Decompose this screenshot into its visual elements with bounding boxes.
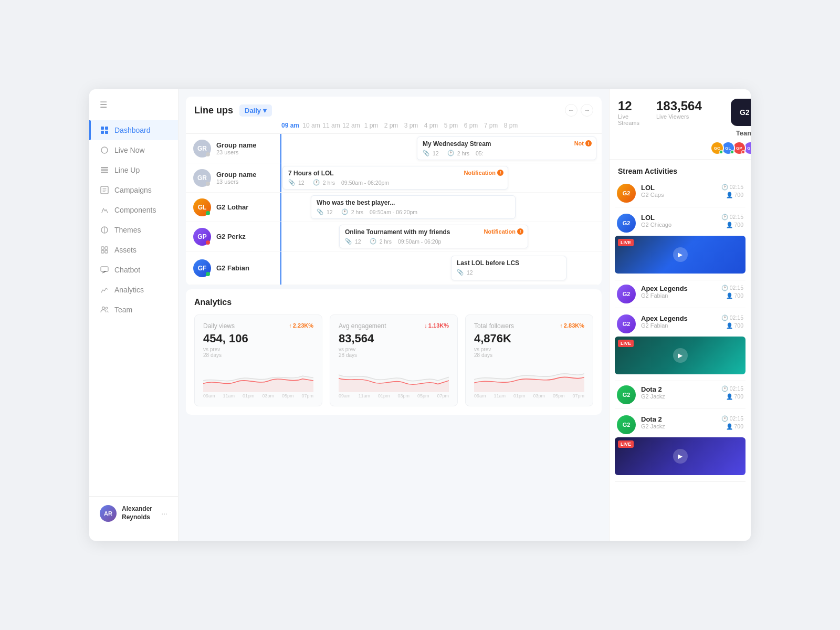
daily-label: Daily xyxy=(245,107,261,114)
play-button[interactable]: ▶ xyxy=(673,247,688,262)
activity-avatar: G2 xyxy=(617,415,636,434)
user-info: G2 Fabian xyxy=(216,264,249,272)
stream-card[interactable]: Notification ! Online Tournament with my… xyxy=(339,225,528,248)
timeline-time: 4 pm xyxy=(421,120,441,133)
livenow-icon xyxy=(100,145,109,155)
card-badge: ↑ 2.23K% xyxy=(289,322,313,329)
stream-card[interactable]: Not ! My Wednesday Stream 📎 12 🕐 2 hrs 0… xyxy=(417,136,596,160)
timeline-prev-button[interactable]: ← xyxy=(565,104,578,117)
schedule-user: GF G2 Fabian xyxy=(186,251,280,285)
analytics-icon xyxy=(100,285,109,295)
user-name: Group name xyxy=(216,171,257,178)
activity-time: 🕐 02:15 xyxy=(721,285,743,291)
schedule-row: GR Group name 13 users Not xyxy=(186,163,602,193)
timeline-time: 7 pm xyxy=(481,120,501,133)
themes-icon xyxy=(100,225,109,235)
timeline-next-button[interactable]: → xyxy=(581,104,593,117)
card-value: 454, 106 xyxy=(203,332,313,345)
timeline-time: 10 am xyxy=(301,120,321,133)
activity-game: Apex Legends xyxy=(641,314,716,322)
activity-item: G2 Dota 2 G2 Jackz 🕐 02:15 👤 700 xyxy=(615,411,746,434)
svg-rect-12 xyxy=(101,250,104,253)
status-dot xyxy=(206,211,210,215)
activity-item: G2 Apex Legends G2 Fabian 🕐 02:15 👤 700 xyxy=(615,310,746,333)
sidebar-item-components[interactable]: Components xyxy=(89,200,178,220)
activity-thumbnail[interactable]: LIVE ▶ xyxy=(615,437,746,475)
activity-thumbnail[interactable]: LIVE ▶ xyxy=(615,236,746,274)
status-dot xyxy=(206,272,210,276)
clip-count: 12 xyxy=(327,209,333,215)
play-button[interactable]: ▶ xyxy=(673,348,688,363)
team-avatars: GC GL GP GF GJ GM xyxy=(710,141,751,155)
timeline-nav: ← → xyxy=(565,104,593,117)
sidebar-item-team[interactable]: Team xyxy=(89,300,178,320)
sidebar-item-themes[interactable]: Themes xyxy=(89,220,178,240)
sidebar-item-chatbot[interactable]: Chatbot xyxy=(89,260,178,280)
svg-rect-11 xyxy=(105,247,108,249)
clock-icon: 🕐 xyxy=(370,238,376,245)
schedule-user: GR Group name 23 users xyxy=(186,134,280,163)
activity-viewers: 👤 700 xyxy=(726,192,743,198)
live-streams-label: Live Streams xyxy=(618,113,639,126)
activity-user: G2 Caps xyxy=(641,192,716,198)
stream-notification: Notification ! xyxy=(484,228,524,235)
sidebar: ☰ Dashboard Live Now xyxy=(89,89,178,541)
activity-viewers: 👤 700 xyxy=(726,393,743,400)
analytics-chart xyxy=(339,363,449,392)
stream-card[interactable]: Notification ! 7 Hours of LOL 📎 12 🕐 2 h… xyxy=(282,166,508,190)
status-dot xyxy=(741,150,745,154)
card-sub: vs prev28 days xyxy=(203,346,313,358)
team-logo: G2 xyxy=(731,99,751,126)
status-dot xyxy=(206,182,210,186)
live-viewers-value: 183,564 xyxy=(656,99,702,113)
duration: 2 hrs xyxy=(323,180,335,186)
timeline-time: 3 pm xyxy=(401,120,421,133)
lineup-icon xyxy=(100,165,109,175)
svg-rect-13 xyxy=(105,250,108,253)
chatbot-icon xyxy=(100,265,109,275)
activity-viewers: 👤 700 xyxy=(726,292,743,299)
status-dot xyxy=(206,152,210,156)
activity-block: G2 Dota 2 G2 Jackz 🕐 02:15 👤 700 LIVE ▶ xyxy=(615,409,746,482)
current-time-line xyxy=(280,251,281,285)
user-info: Group name 23 users xyxy=(216,141,257,155)
clip-icon: 📎 xyxy=(423,150,429,156)
user-info: G2 Perkz xyxy=(216,233,246,240)
activity-info: Apex Legends G2 Fabian xyxy=(641,314,716,329)
current-time-line xyxy=(280,193,281,222)
daily-button[interactable]: Daily ▾ xyxy=(239,104,272,117)
chevron-down-icon: ▾ xyxy=(263,107,267,114)
chart-labels: 09am11am01pm03pm05pm07pm xyxy=(339,393,449,398)
sidebar-item-livenow[interactable]: Live Now xyxy=(89,140,178,160)
sidebar-item-campaigns[interactable]: Campaigns xyxy=(89,180,178,200)
sidebar-item-assets[interactable]: Assets xyxy=(89,240,178,260)
sidebar-item-lineup[interactable]: Line Up xyxy=(89,160,178,180)
time-range: 05: xyxy=(476,150,484,156)
activity-meta: 🕐 02:15 👤 700 xyxy=(721,285,743,299)
stream-card[interactable]: Who was the best player... 📎 12 🕐 2 hrs … xyxy=(311,195,516,219)
user-more-button[interactable]: ··· xyxy=(161,509,167,518)
sidebar-item-label: Components xyxy=(114,206,156,214)
stream-card[interactable]: Last LOL before LCS 📎 12 xyxy=(451,256,566,280)
sidebar-hamburger[interactable]: ☰ xyxy=(89,100,178,120)
avatar-wrap: GR xyxy=(193,140,211,158)
svg-rect-6 xyxy=(101,170,108,171)
sidebar-item-label: Campaigns xyxy=(114,186,152,194)
sidebar-item-dashboard[interactable]: Dashboard xyxy=(89,120,178,140)
activity-meta: 🕐 02:15 👤 700 xyxy=(721,314,743,329)
user-info: Group name 13 users xyxy=(216,171,257,185)
activity-time: 🕐 02:15 xyxy=(721,385,743,392)
sidebar-item-analytics[interactable]: Analytics xyxy=(89,280,178,300)
analytics-card-followers: Total followers ↑ 2.83K% 4,876K vs prev2… xyxy=(465,314,593,406)
activity-game: Apex Legends xyxy=(641,285,716,292)
card-badge: ↓ 1.13K% xyxy=(424,322,449,329)
play-button[interactable]: ▶ xyxy=(673,449,688,464)
svg-point-15 xyxy=(102,307,105,310)
team-icon xyxy=(100,305,109,314)
current-time-line xyxy=(280,163,281,192)
svg-rect-10 xyxy=(101,247,104,249)
user-name: Alexander Reynolds xyxy=(122,505,156,521)
activity-viewers: 👤 700 xyxy=(726,222,743,228)
activity-thumbnail[interactable]: LIVE ▶ xyxy=(615,337,746,374)
analytics-chart xyxy=(203,363,313,392)
